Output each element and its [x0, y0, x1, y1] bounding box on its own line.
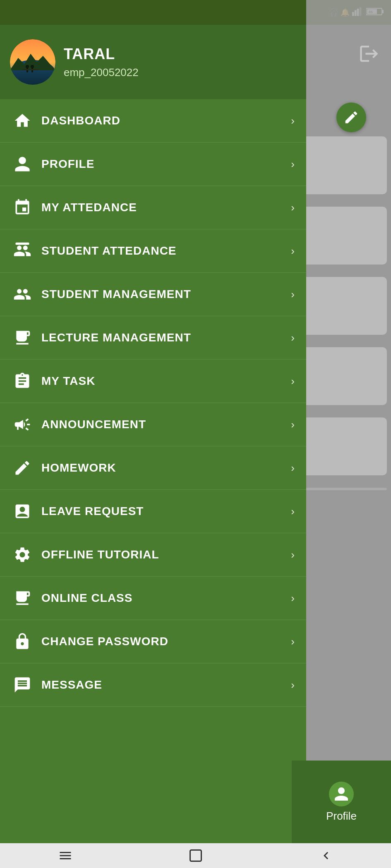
message-icon — [12, 674, 33, 696]
sidebar-label-announcement: ANNOUNCEMENT — [41, 418, 291, 431]
sidebar-item-online-class[interactable]: ONLINE CLASS › — [0, 577, 306, 620]
sidebar-item-announcement[interactable]: ANNOUNCEMENT › — [0, 403, 306, 446]
svg-point-21 — [19, 594, 22, 597]
drawer-statusbar — [0, 0, 306, 25]
sidebar-item-my-task[interactable]: MY TASK › — [0, 360, 306, 403]
people-icon — [12, 284, 33, 305]
online-icon — [12, 587, 33, 609]
sidebar-label-message: MESSAGE — [41, 678, 291, 692]
clipboard-icon — [12, 370, 33, 392]
sidebar-label-student-attendance: STUDENT ATTEDANCE — [41, 244, 291, 258]
svg-point-20 — [19, 334, 22, 337]
sidebar-label-leave-request: LEAVE REQUEST — [41, 505, 291, 518]
sidebar-item-offline-tutorial[interactable]: OFFLINE TUTORIAL › — [0, 533, 306, 577]
logout-button[interactable] — [355, 39, 384, 68]
chevron-right-icon-lecture-management: › — [291, 331, 295, 344]
home-icon — [12, 110, 33, 131]
chevron-right-icon-homework: › — [291, 462, 295, 475]
user-header: TARAL emp_20052022 — [0, 25, 306, 99]
profile-label: Profile — [326, 810, 357, 823]
chevron-right-icon-announcement: › — [291, 418, 295, 431]
sidebar-item-my-attendance[interactable]: MY ATTEDANCE › — [0, 186, 306, 229]
settings-icon — [12, 544, 33, 565]
user-employee-id: emp_20052022 — [64, 66, 139, 79]
sidebar-label-my-task: MY TASK — [41, 374, 291, 388]
chevron-right-icon-message: › — [291, 679, 295, 692]
chevron-right-icon-student-management: › — [291, 288, 295, 301]
chevron-right-icon-leave-request: › — [291, 505, 295, 518]
chevron-right-icon-student-attendance: › — [291, 245, 295, 258]
user-name: TARAL — [64, 45, 139, 63]
sidebar-item-dashboard[interactable]: DASHBOARD › — [0, 99, 306, 143]
sidebar-item-lecture-management[interactable]: LECTURE MANAGEMENT › — [0, 316, 306, 360]
bg-card-3 — [298, 277, 387, 335]
sidebar-item-leave-request[interactable]: LEAVE REQUEST › — [0, 490, 306, 533]
bg-card-4 — [298, 347, 387, 405]
chevron-right-icon-online-class: › — [291, 592, 295, 605]
avatar — [10, 39, 55, 85]
calendar-clock-icon — [12, 197, 33, 218]
chevron-right-icon-dashboard: › — [291, 114, 295, 127]
svg-rect-22 — [190, 850, 201, 861]
sidebar-item-homework[interactable]: HOMEWORK › — [0, 446, 306, 490]
profile-avatar-small — [329, 782, 354, 806]
bg-card-1 — [298, 136, 387, 194]
person-icon — [12, 153, 33, 175]
sidebar-label-change-password: CHANGE PASSWORD — [41, 635, 291, 648]
edit-fab-button[interactable] — [336, 103, 366, 132]
sidebar-item-message[interactable]: MESSAGE › — [0, 663, 306, 707]
lecture-icon — [12, 327, 33, 348]
svg-rect-18 — [22, 69, 39, 70]
nav-home-button[interactable] — [179, 845, 212, 866]
bg-card-6 — [298, 488, 387, 490]
bg-card-2 — [298, 207, 387, 265]
navigation-drawer: TARAL emp_20052022 DASHBOARD › PROFILE › — [0, 0, 306, 868]
chevron-right-icon-profile: › — [291, 158, 295, 171]
megaphone-icon — [12, 414, 33, 435]
sidebar-label-student-management: STUDENT MANAGEMENT — [41, 288, 291, 301]
sidebar-label-homework: HOMEWORK — [41, 461, 291, 475]
svg-rect-19 — [16, 243, 29, 245]
svg-point-17 — [31, 65, 34, 68]
leave-icon — [12, 501, 33, 522]
sidebar-label-dashboard: DASHBOARD — [41, 114, 291, 127]
navigation-bar — [0, 843, 391, 868]
user-info: TARAL emp_20052022 — [64, 45, 139, 79]
nav-back-button[interactable] — [309, 845, 343, 866]
sidebar-item-student-management[interactable]: STUDENT MANAGEMENT › — [0, 273, 306, 316]
chevron-right-icon-my-task: › — [291, 375, 295, 388]
chevron-right-icon-my-attendance: › — [291, 201, 295, 214]
sidebar-label-my-attendance: MY ATTEDANCE — [41, 201, 291, 214]
menu-list: DASHBOARD › PROFILE › MY ATTEDANCE › — [0, 99, 306, 868]
sidebar-label-profile: PROFILE — [41, 157, 291, 171]
calendar-group-icon — [12, 240, 33, 262]
sidebar-label-lecture-management: LECTURE MANAGEMENT — [41, 331, 291, 344]
sidebar-item-profile[interactable]: PROFILE › — [0, 143, 306, 186]
sidebar-label-online-class: ONLINE CLASS — [41, 591, 291, 605]
chevron-right-icon-change-password: › — [291, 635, 295, 648]
sidebar-item-change-password[interactable]: CHANGE PASSWORD › — [0, 620, 306, 663]
sidebar-item-student-attendance[interactable]: STUDENT ATTEDANCE › — [0, 229, 306, 273]
profile-bottom-section[interactable]: Profile — [292, 761, 391, 843]
nav-menu-button[interactable] — [49, 845, 82, 866]
bg-card-5 — [298, 417, 387, 475]
lock-icon — [12, 631, 33, 652]
edit-doc-icon — [12, 457, 33, 479]
svg-point-15 — [26, 65, 29, 68]
sidebar-label-offline-tutorial: OFFLINE TUTORIAL — [41, 548, 291, 561]
chevron-right-icon-offline-tutorial: › — [291, 548, 295, 561]
